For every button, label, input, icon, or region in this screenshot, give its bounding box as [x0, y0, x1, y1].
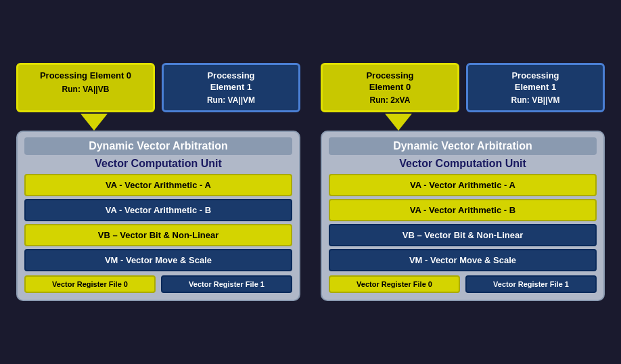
- pe0-run-1: Run: VA||VB: [25, 85, 146, 94]
- pe1-run-2: Run: VB||VM: [475, 95, 596, 105]
- pe-row-1: Processing Element 0 Run: VA||VB Process…: [16, 63, 300, 113]
- dva-label-2: Dynamic Vector Arbitration: [329, 137, 597, 155]
- reg-files-1: Vector Register File 0 Vector Register F…: [24, 275, 292, 293]
- diagram-1: Processing Element 0 Run: VA||VB Process…: [16, 63, 300, 302]
- pe0-box-1: Processing Element 0 Run: VA||VB: [16, 63, 155, 113]
- unit-vm-1: VM - Vector Move & Scale: [24, 249, 292, 271]
- vcu-container-2: Dynamic Vector Arbitration Vector Comput…: [321, 131, 605, 301]
- pe1-run-1: Run: VA||VM: [170, 95, 292, 105]
- reg-file-1-2: Vector Register File 1: [465, 275, 597, 293]
- unit-vb-1: VB – Vector Bit & Non-Linear: [24, 224, 292, 246]
- reg-files-2: Vector Register File 0 Vector Register F…: [329, 275, 597, 293]
- arrow-down-1: [80, 114, 108, 131]
- arrow-down-2: [385, 114, 412, 131]
- pe0-box-2: ProcessingElement 0 Run: 2xVA: [321, 63, 459, 113]
- vcu-container-1: Dynamic Vector Arbitration Vector Comput…: [16, 131, 300, 301]
- pe-row-2: ProcessingElement 0 Run: 2xVA Processing…: [321, 63, 605, 113]
- unit-vb-2: VB – Vector Bit & Non-Linear: [329, 224, 597, 246]
- pe0-run-2: Run: 2xVA: [329, 95, 451, 105]
- unit-vm-2: VM - Vector Move & Scale: [329, 249, 597, 271]
- pe0-title-1: Processing Element 0: [25, 70, 146, 82]
- pe1-box-2: ProcessingElement 1 Run: VB||VM: [466, 63, 605, 113]
- pe1-box-1: ProcessingElement 1 Run: VA||VM: [162, 63, 300, 113]
- vcu-label-1: Vector Computation Unit: [24, 158, 292, 170]
- reg-file-1-1: Vector Register File 1: [161, 275, 292, 293]
- main-container: Processing Element 0 Run: VA||VB Process…: [3, 49, 618, 315]
- reg-file-0-2: Vector Register File 0: [329, 275, 460, 293]
- pe0-title-2: ProcessingElement 0: [329, 70, 451, 93]
- vcu-label-2: Vector Computation Unit: [329, 158, 597, 170]
- arrow-wrapper-2: [321, 112, 605, 131]
- unit-va-b-1: VA - Vector Arithmetic - B: [24, 199, 292, 221]
- unit-va-a-2: VA - Vector Arithmetic - A: [329, 174, 597, 196]
- reg-file-0-1: Vector Register File 0: [24, 275, 156, 293]
- pe1-title-1: ProcessingElement 1: [170, 70, 292, 93]
- unit-va-a-1: VA - Vector Arithmetic - A: [24, 174, 292, 196]
- arrow-wrapper-1: [16, 112, 300, 131]
- diagram-2: ProcessingElement 0 Run: 2xVA Processing…: [321, 63, 605, 302]
- unit-va-b-2: VA - Vector Arithmetic - B: [329, 199, 597, 221]
- dva-label-1: Dynamic Vector Arbitration: [24, 137, 292, 155]
- pe1-title-2: ProcessingElement 1: [475, 70, 596, 93]
